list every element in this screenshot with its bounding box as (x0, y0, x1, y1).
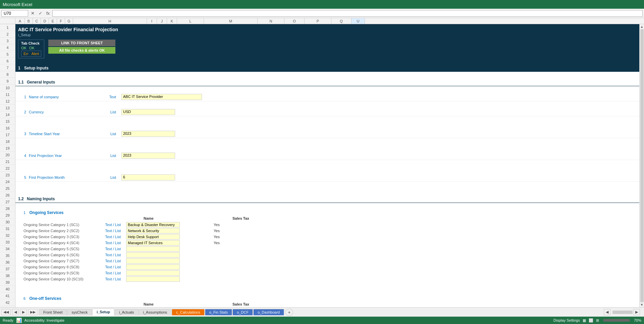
ongoing-item-name-0[interactable]: Backup & Disaster Recovery (126, 222, 180, 227)
section-1-num: 1 (18, 66, 20, 70)
ongoing-salestax-col-label: Sales Tax (231, 216, 251, 221)
view-layout-icon[interactable]: ⬜ (589, 318, 593, 323)
tab-i-setup[interactable]: i_Setup (92, 309, 114, 316)
tab-nav-prev[interactable]: ◀ (12, 309, 19, 315)
row-25: 25 (0, 185, 15, 192)
tab-i-actuals[interactable]: i_Actuals (115, 309, 139, 315)
col-g[interactable]: G (65, 18, 73, 24)
app-title: Microsoft Excel (3, 2, 32, 7)
view-page-icon[interactable]: ⊞ (596, 318, 599, 323)
oneoff-services-title: One-off Services (29, 296, 61, 301)
ongoing-item-type-1: Text / List (97, 229, 121, 233)
input-1-value[interactable]: ABC IT Service Provider (121, 94, 202, 100)
col-i[interactable]: I (147, 18, 157, 24)
tab-o-dcf[interactable]: o_DCF (232, 309, 253, 315)
spacer-row-23 (15, 160, 639, 167)
tab-front-sheet[interactable]: Front Sheet (39, 309, 67, 315)
ongoing-item-name-5[interactable] (126, 252, 180, 258)
display-settings-label: Display Settings (553, 318, 580, 322)
ongoing-item-label-4: Ongoing Sevice Category 5 (SC5) (23, 247, 97, 251)
ongoing-item-name-7[interactable] (126, 264, 180, 270)
ready-status: Ready (3, 318, 13, 322)
fx-icon[interactable]: fx (45, 11, 51, 16)
input-row-5: 5 First Projection Month List 6 (15, 173, 639, 182)
col-l[interactable]: L (177, 18, 204, 24)
input-2-value[interactable]: USD (121, 109, 175, 115)
col-b[interactable]: B (25, 18, 33, 24)
zoom-slider[interactable] (603, 319, 630, 322)
scroll-area[interactable]: ABC IT Service Provider Financial Projec… (15, 24, 639, 307)
col-k[interactable]: K (167, 18, 177, 24)
ongoing-item-name-3[interactable]: Managed IT Services (126, 240, 180, 246)
input-row-3: 3 Timeline Start Year List 2023 (15, 130, 639, 138)
col-j[interactable]: J (157, 18, 167, 24)
col-c[interactable]: C (33, 18, 41, 24)
h-scroll-thumb[interactable] (612, 311, 633, 314)
col-o[interactable]: O (284, 18, 305, 24)
ongoing-item-name-9[interactable] (126, 276, 180, 282)
add-sheet-button[interactable]: + (285, 309, 293, 316)
col-m[interactable]: M (204, 18, 258, 24)
ongoing-services-col-headers: Name Sales Tax (15, 215, 639, 222)
col-e[interactable]: E (49, 18, 57, 24)
horizontal-scrollbar[interactable]: ◀ ▶ (604, 309, 641, 315)
cancel-icon[interactable]: ✕ (30, 11, 36, 16)
ongoing-item-name-1[interactable]: Network & Security (126, 228, 180, 233)
col-n[interactable]: N (258, 18, 284, 24)
tab-nav-next[interactable]: ▶ (20, 309, 27, 315)
vertical-scrollbar[interactable]: ▲ ▼ (639, 24, 644, 307)
row-18: 18 (0, 138, 15, 145)
ongoing-item-name-6[interactable] (126, 258, 180, 264)
row-4: 4 (0, 44, 15, 51)
scroll-down-button[interactable]: ▼ (640, 303, 644, 307)
scroll-up-button[interactable]: ▲ (640, 25, 644, 29)
h-scroll-right[interactable]: ▶ (633, 309, 640, 315)
formula-input[interactable] (52, 10, 643, 17)
formula-bar: ✕ ✓ fx (0, 9, 644, 18)
col-h[interactable]: H (73, 18, 147, 24)
ongoing-item-label-2: Ongoing Sevice Category 3 (SC3) (23, 235, 97, 239)
tab-sys-check[interactable]: sysCheck (67, 309, 92, 315)
spacer-row-17 (15, 123, 639, 130)
cell-ref-input[interactable] (1, 10, 28, 17)
row-numbers: 1 2 3 4 5 6 7 8 9 10 11 12 13 14 15 16 1… (0, 24, 15, 307)
ongoing-item-type-0: Text / List (97, 223, 121, 227)
row-7: 7 (0, 64, 15, 71)
input-4-value[interactable]: 2023 (121, 153, 175, 159)
ongoing-item-name-8[interactable] (126, 270, 180, 276)
tab-nav-left[interactable]: ◀◀ (1, 309, 11, 315)
subsection-1-2-header: 1.2 Naming Inputs (15, 195, 639, 203)
col-q[interactable]: Q (331, 18, 352, 24)
tab-check-ok-row: OK OK (21, 46, 41, 50)
tab-c-calculations[interactable]: c_Calculations (172, 309, 205, 315)
status-left: Ready 📊 Accessibility: Investigate (3, 318, 64, 323)
row-36: 36 (0, 259, 15, 266)
tab-nav-right[interactable]: ▶▶ (28, 309, 38, 315)
tab-i-assumptions[interactable]: i_Assumptions (139, 309, 172, 315)
input-5-value[interactable]: 6 (121, 174, 175, 180)
col-d[interactable]: D (41, 18, 49, 24)
list-item: Ongoing Sevice Category 1 (SC1) Text / L… (15, 222, 639, 228)
col-a[interactable]: A (15, 18, 25, 24)
header-area: ABC IT Service Provider Financial Projec… (15, 24, 639, 64)
confirm-icon[interactable]: ✓ (37, 11, 44, 16)
col-u[interactable]: U (352, 18, 365, 24)
list-item: Ongoing Sevice Category 3 (SC3) Text / L… (15, 234, 639, 240)
link-to-front-button[interactable]: LINK TO FRONT SHEET (48, 40, 115, 46)
scroll-thumb[interactable] (640, 29, 644, 302)
input-4-label: First Projection Year (29, 154, 96, 158)
ongoing-item-name-4[interactable] (126, 246, 180, 252)
tab-o-fin-stats[interactable]: o_Fin Stats (205, 309, 232, 315)
row-5: 5 (0, 51, 15, 58)
col-f[interactable]: F (57, 18, 65, 24)
file-checks-ok-button[interactable]: All file checks & alerts OK (48, 47, 115, 54)
input-3-value[interactable]: 2023 (121, 131, 175, 137)
ongoing-item-name-2[interactable]: Help Desk Support (126, 234, 180, 239)
ongoing-item-type-5: Text / List (97, 253, 121, 257)
row-23: 23 (0, 172, 15, 178)
view-normal-icon[interactable]: ▦ (583, 318, 586, 323)
col-p[interactable]: P (305, 18, 331, 24)
header-controls: Tab Check OK OK Err Alert LINK TO FRONT … (18, 40, 637, 58)
tab-o-dashboard[interactable]: o_Dashboard (253, 309, 284, 315)
h-scroll-left[interactable]: ◀ (604, 309, 610, 315)
